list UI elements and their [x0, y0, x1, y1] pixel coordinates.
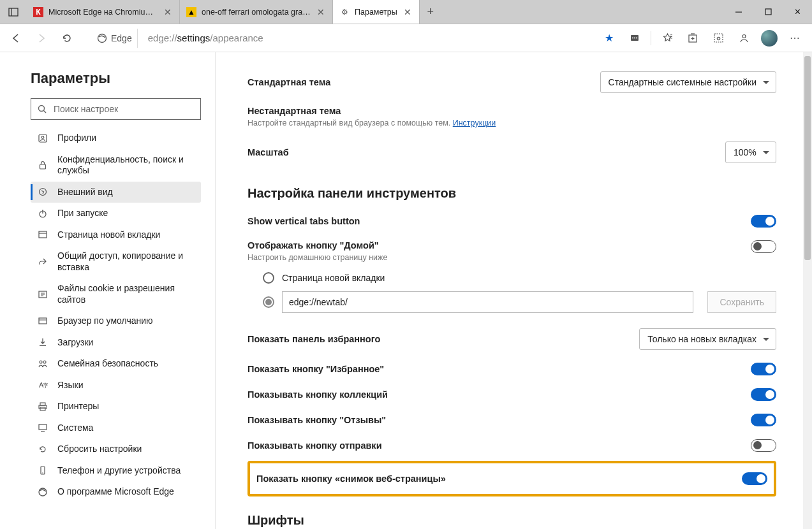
- svg-point-22: [41, 136, 44, 138]
- sidebar-item-user[interactable]: Профили: [31, 127, 201, 149]
- radio-icon: [263, 272, 274, 284]
- sidebar-item-label: О программе Microsoft Edge: [57, 486, 174, 498]
- screenshot-button[interactable]: [706, 27, 730, 49]
- collections-button[interactable]: [681, 27, 705, 49]
- profile-menu-icon[interactable]: [732, 27, 756, 49]
- tab-1[interactable]: ▲ one-off ferrari omologata grand ✕: [180, 0, 333, 24]
- avatar[interactable]: [757, 27, 781, 49]
- forward-button[interactable]: [31, 27, 52, 49]
- fav-bar-dropdown[interactable]: Только на новых вкладках: [639, 328, 776, 350]
- home-radio-newtab[interactable]: Страница новой вкладки: [247, 268, 776, 287]
- show-share-toggle[interactable]: [751, 439, 776, 452]
- sidebar-item-family[interactable]: Семейная безопасность: [31, 353, 201, 375]
- theme-instructions-link[interactable]: Инструкции: [453, 119, 496, 127]
- svg-point-35: [40, 361, 42, 363]
- setting-show-collections: Показывать кнопку коллекций: [247, 382, 776, 407]
- close-icon[interactable]: ✕: [163, 7, 173, 17]
- tab-strip: К Microsoft Edge на Chromium – К ✕ ▲ one…: [0, 0, 812, 24]
- sidebar-item-label: Браузер по умолчанию: [57, 315, 153, 327]
- sidebar-item-reset[interactable]: Сбросить настройки: [31, 438, 201, 460]
- svg-rect-27: [39, 231, 47, 238]
- site-identity[interactable]: Edge: [92, 29, 138, 48]
- toolbar: Edge edge://settings/appearance ★ ⋯: [0, 24, 812, 52]
- sidebar-item-about[interactable]: О программе Microsoft Edge: [31, 481, 201, 503]
- fonts-section-title: Шрифты: [247, 513, 776, 528]
- svg-point-6: [632, 37, 633, 38]
- standard-theme-dropdown[interactable]: Стандартные системные настройки: [600, 71, 776, 93]
- tab-2-active[interactable]: ⚙ Параметры ✕: [333, 0, 420, 24]
- home-url-input[interactable]: [282, 291, 693, 313]
- vertical-tabs-toggle[interactable]: [751, 215, 776, 228]
- lang-icon: A字: [37, 380, 48, 390]
- sidebar-item-label: Семейная безопасность: [57, 358, 158, 370]
- show-fav-toggle[interactable]: [751, 363, 776, 375]
- search-placeholder: Поиск настроек: [54, 104, 118, 114]
- svg-point-8: [636, 37, 637, 38]
- more-menu-button[interactable]: ⋯: [783, 27, 807, 49]
- sidebar-item-printer[interactable]: Принтеры: [31, 396, 201, 417]
- svg-rect-0: [9, 8, 18, 16]
- system-icon: [37, 423, 48, 433]
- maximize-button[interactable]: [753, 0, 783, 24]
- sidebar-item-cookie[interactable]: Файлы cookie и разрешения сайтов: [31, 278, 201, 310]
- sidebar-item-phone[interactable]: Телефон и другие устройства: [31, 460, 201, 482]
- scrollbar[interactable]: [803, 52, 812, 529]
- sidebar-item-label: Файлы cookie и разрешения сайтов: [57, 283, 195, 305]
- home-radio-url[interactable]: Сохранить: [247, 287, 776, 317]
- download-icon: [37, 337, 48, 347]
- favorites-button[interactable]: [655, 27, 679, 49]
- sidebar-item-newtab[interactable]: Страница новой вкладки: [31, 224, 201, 246]
- setting-zoom: Масштаб 100%: [247, 135, 776, 170]
- show-collections-toggle[interactable]: [751, 388, 776, 401]
- tab-title: one-off ferrari omologata grand: [202, 8, 311, 17]
- toolbar-section-title: Настройка панели инструментов: [247, 186, 776, 201]
- address-bar[interactable]: edge://settings/appearance: [144, 33, 593, 43]
- search-input[interactable]: Поиск настроек: [31, 98, 201, 120]
- scrollbar-thumb[interactable]: [804, 56, 811, 260]
- minimize-button[interactable]: [724, 0, 753, 24]
- sidebar-item-power[interactable]: При запуске: [31, 203, 201, 224]
- close-icon[interactable]: ✕: [402, 7, 413, 17]
- sidebar-item-share[interactable]: Общий доступ, копирование и вставка: [31, 245, 201, 278]
- sidebar-item-label: Общий доступ, копирование и вставка: [57, 250, 195, 273]
- sidebar-item-lang[interactable]: A字Языки: [31, 375, 201, 396]
- new-tab-button[interactable]: +: [420, 0, 441, 24]
- gear-icon: ⚙: [339, 7, 350, 17]
- sidebar-item-lock[interactable]: Конфиденциальность, поиск и службы: [31, 149, 201, 182]
- feedback-icon[interactable]: [623, 27, 647, 49]
- sidebar-item-system[interactable]: Система: [31, 417, 201, 439]
- sidebar-item-download[interactable]: Загрузки: [31, 332, 201, 354]
- svg-rect-23: [40, 164, 46, 169]
- svg-rect-16: [714, 34, 723, 42]
- tab-0[interactable]: К Microsoft Edge на Chromium – К ✕: [27, 0, 180, 24]
- sidebar-item-label: Система: [57, 423, 93, 434]
- tab-favicon: ▲: [186, 7, 196, 17]
- show-feedback-toggle[interactable]: [751, 414, 776, 426]
- sidebar-item-appearance[interactable]: Внешний вид: [31, 182, 201, 203]
- close-window-button[interactable]: ✕: [783, 0, 812, 24]
- favorite-star-icon[interactable]: ★: [597, 27, 621, 49]
- sidebar-item-label: Принтеры: [57, 401, 99, 412]
- home-button-toggle[interactable]: [751, 240, 776, 253]
- settings-sidebar: Параметры Поиск настроек ПрофилиКонфиден…: [0, 52, 216, 529]
- power-icon: [37, 208, 48, 219]
- identity-text: Edge: [111, 33, 132, 43]
- svg-point-18: [742, 35, 746, 38]
- close-icon[interactable]: ✕: [316, 7, 326, 17]
- edge-icon: [97, 33, 107, 43]
- zoom-dropdown[interactable]: 100%: [725, 141, 776, 163]
- sidebar-item-label: Телефон и другие устройства: [57, 465, 181, 477]
- about-icon: [37, 487, 48, 497]
- svg-point-7: [634, 37, 635, 38]
- show-screenshot-toggle[interactable]: [742, 472, 767, 485]
- back-button[interactable]: [5, 27, 27, 49]
- refresh-button[interactable]: [56, 27, 78, 49]
- svg-text:字: 字: [43, 382, 48, 389]
- sidebar-item-default[interactable]: Браузер по умолчанию: [31, 310, 201, 332]
- tab-favicon: К: [33, 7, 43, 17]
- tab-actions-button[interactable]: [0, 0, 27, 24]
- setting-vertical-tabs: Show vertical tabs button: [247, 208, 776, 234]
- highlighted-setting: Показать кнопку «снимок веб-страницы»: [247, 461, 776, 496]
- setting-home-button: Отображать кнопку "Домой" Настроить дома…: [247, 234, 776, 268]
- home-save-button[interactable]: Сохранить: [707, 291, 776, 313]
